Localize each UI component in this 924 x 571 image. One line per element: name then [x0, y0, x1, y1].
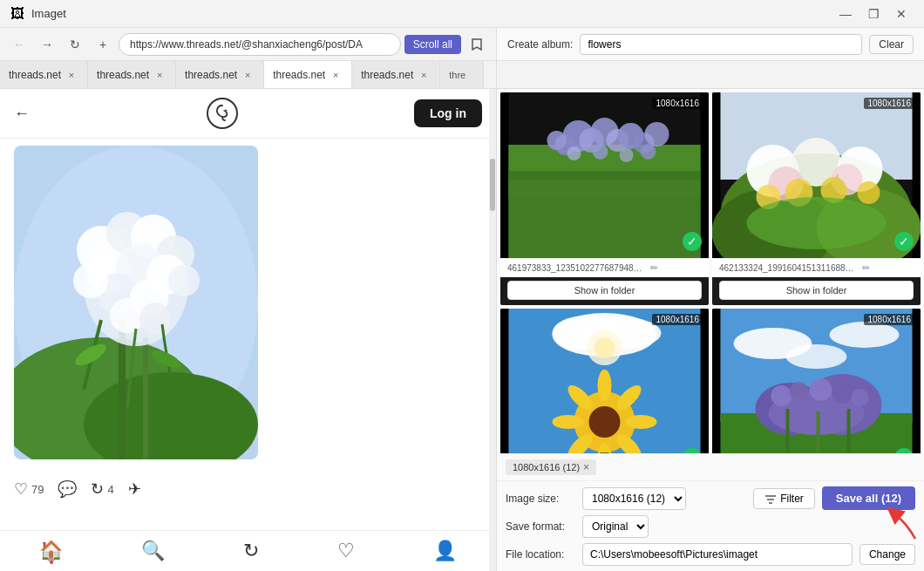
svg-point-33: [645, 122, 669, 146]
change-button[interactable]: Change: [859, 544, 915, 565]
svg-point-54: [858, 181, 880, 204]
tab-1[interactable]: threads.net ×: [0, 61, 88, 88]
tab-2-label: threads.net: [97, 69, 149, 81]
address-bar[interactable]: [119, 33, 401, 56]
filter-tags-bar: 1080x1616 (12) ×: [497, 453, 924, 480]
favorites-nav-button[interactable]: ♡: [337, 540, 355, 562]
filter-btn-label: Filter: [780, 493, 804, 505]
like-count: 79: [31, 483, 44, 496]
image-1-check: ✓: [683, 232, 702, 251]
back-button[interactable]: ←: [7, 32, 31, 57]
share-button[interactable]: ✈: [128, 479, 141, 499]
search-nav-button[interactable]: 🔍: [141, 540, 165, 562]
share-icon: ✈: [128, 479, 141, 499]
svg-rect-6: [143, 337, 148, 459]
close-button[interactable]: ✕: [889, 5, 914, 23]
image-card-inner-1[interactable]: 1080x1616 ✓ 461973833_1235102277687948_7…: [500, 92, 709, 305]
svg-point-34: [547, 131, 567, 150]
image-card-2: 1080x1616 ✓ 462133324_1991604151311688_1…: [712, 92, 921, 305]
tab-5-label: threads.net: [361, 69, 413, 81]
threads-back-button[interactable]: ←: [14, 105, 30, 123]
show-folder-2-button[interactable]: Show in folder: [719, 281, 914, 300]
repost-nav-button[interactable]: ↻: [243, 540, 259, 562]
restore-button[interactable]: ❐: [861, 5, 886, 23]
right-header: Create album: Clear: [497, 28, 924, 61]
home-nav-button[interactable]: 🏠: [39, 540, 63, 562]
tab-5-close[interactable]: ×: [417, 68, 431, 82]
image-1-edit-icon[interactable]: ✏: [650, 262, 658, 274]
login-button[interactable]: Log in: [414, 99, 482, 127]
new-tab-button[interactable]: +: [91, 32, 115, 57]
file-location-input[interactable]: [582, 543, 853, 566]
create-album-label: Create album:: [507, 38, 573, 51]
image-card-inner-2[interactable]: 1080x1616 ✓ 462133324_1991604151311688_1…: [712, 92, 921, 305]
image-1-dimensions: 1080x1616: [652, 98, 704, 109]
save-format-select[interactable]: Original: [582, 515, 649, 538]
threads-nav: ← Log in: [0, 89, 496, 139]
image-2-info: 462133324_1991604151311688_17. ✏: [712, 258, 921, 277]
profile-nav-button[interactable]: 👤: [433, 540, 457, 562]
comment-button[interactable]: 💬: [58, 479, 77, 499]
tab-4-label: threads.net: [273, 69, 325, 81]
image-size-select[interactable]: 1080x1616 (12): [582, 487, 686, 510]
image-card-inner-3[interactable]: 1080x1616 ✓: [500, 309, 709, 453]
tab-2-close[interactable]: ×: [153, 68, 166, 82]
tab-2[interactable]: threads.net ×: [88, 61, 176, 88]
svg-point-87: [852, 389, 869, 406]
bookmark-button[interactable]: [465, 32, 489, 57]
svg-point-64: [598, 370, 612, 401]
image-1-filename: 461973833_1235102277687948_76.: [507, 263, 647, 273]
flower-image-1: 1080x1616 ✓: [500, 92, 709, 258]
image-3-dimensions: 1080x1616: [652, 314, 704, 325]
image-card-1: 1080x1616 ✓ 461973833_1235102277687948_7…: [500, 92, 709, 305]
svg-point-67: [626, 415, 657, 429]
clear-button[interactable]: Clear: [869, 35, 914, 54]
file-location-row: File location: Change: [506, 543, 915, 566]
filter-tag-1: 1080x1616 (12) ×: [506, 459, 596, 475]
forward-button[interactable]: →: [35, 32, 59, 57]
scroll-all-button[interactable]: Scroll all: [404, 35, 461, 54]
svg-rect-88: [786, 409, 790, 452]
flower-image: [14, 146, 258, 459]
image-card-4: 1080x1616 ✓: [712, 309, 921, 453]
svg-point-78: [786, 344, 847, 369]
app-title: Imaget: [31, 7, 66, 20]
filter-button[interactable]: Filter: [753, 488, 815, 509]
home-nav-dot: [50, 561, 53, 564]
tabs-bar: threads.net × threads.net × threads.net …: [0, 61, 497, 89]
filter-icon: [764, 493, 777, 504]
app-icon: 🖼: [10, 6, 24, 22]
title-bar: 🖼 Imaget — ❐ ✕: [0, 0, 924, 28]
tab-4[interactable]: threads.net ×: [264, 61, 352, 89]
minimize-button[interactable]: —: [833, 5, 858, 23]
svg-rect-73: [601, 452, 609, 453]
album-name-input[interactable]: [580, 34, 862, 55]
scroll-bar[interactable]: [489, 89, 496, 571]
save-format-row: Save format: Original: [506, 515, 915, 538]
svg-point-17: [73, 263, 108, 298]
filter-tag-close[interactable]: ×: [583, 461, 589, 473]
image-2-edit-icon[interactable]: ✏: [862, 262, 870, 274]
tab-1-close[interactable]: ×: [65, 68, 78, 82]
tab-3[interactable]: threads.net ×: [176, 61, 264, 88]
tab-4-close[interactable]: ×: [329, 68, 343, 82]
save-all-container: Save all (12): [822, 486, 915, 510]
tab-6[interactable]: thre: [440, 61, 484, 88]
image-card-inner-4[interactable]: 1080x1616 ✓: [712, 309, 921, 453]
tab-3-close[interactable]: ×: [241, 68, 255, 82]
svg-point-66: [553, 415, 584, 429]
flower-image-section: [0, 139, 496, 469]
refresh-button[interactable]: ↻: [63, 32, 87, 57]
repost-button[interactable]: ↻ 4: [91, 479, 113, 499]
svg-point-55: [747, 197, 887, 249]
flower-image-4: 1080x1616 ✓: [712, 309, 921, 453]
like-button[interactable]: ♡ 79: [14, 479, 44, 499]
svg-point-35: [567, 146, 581, 160]
svg-rect-40: [509, 180, 701, 258]
file-location-label: File location:: [506, 548, 575, 561]
svg-point-85: [810, 378, 832, 401]
right-panel: 1080x1616 ✓ 461973833_1235102277687948_7…: [497, 89, 924, 571]
tab-5[interactable]: threads.net ×: [352, 61, 440, 88]
save-all-button[interactable]: Save all (12): [822, 486, 915, 510]
show-folder-1-button[interactable]: Show in folder: [507, 281, 702, 300]
